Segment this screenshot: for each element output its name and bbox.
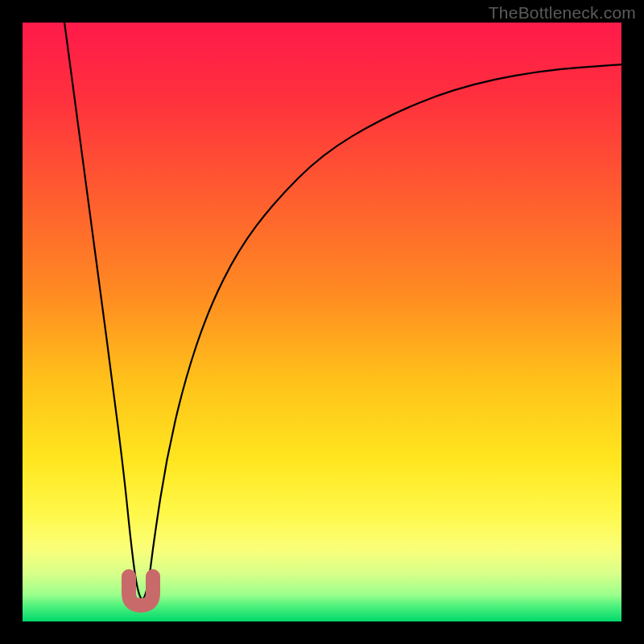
- chart-svg: [23, 23, 621, 621]
- gradient-background: [23, 23, 621, 621]
- outer-frame: TheBottleneck.com: [0, 0, 644, 644]
- plot-area: [23, 23, 621, 621]
- watermark-text: TheBottleneck.com: [489, 3, 636, 23]
